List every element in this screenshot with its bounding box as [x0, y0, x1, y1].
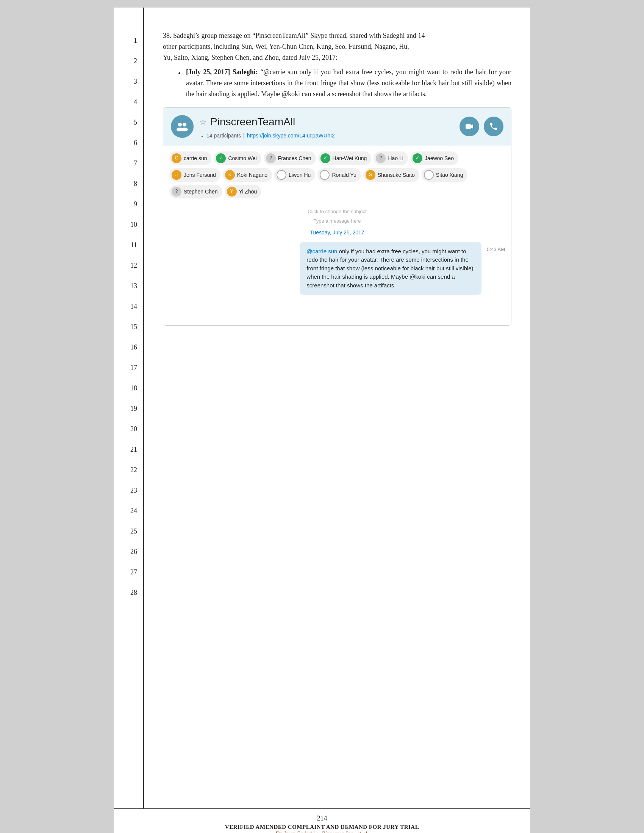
- line-24: 24: [114, 500, 143, 521]
- participant-icon: Y: [227, 187, 237, 196]
- page-footer: 214 VERIFIED AMENDED COMPLAINT AND DEMAN…: [114, 808, 530, 833]
- paragraph-text1: 38. Sadeghi’s group message on “Pinscree…: [163, 32, 425, 39]
- audio-call-button[interactable]: [484, 117, 504, 136]
- line-21: 21: [114, 439, 143, 460]
- participant-name: Stephen Chen: [184, 187, 218, 196]
- line-23: 23: [114, 480, 143, 500]
- participant-icon: [424, 170, 434, 180]
- line-16: 16: [114, 337, 143, 357]
- participant-liwen-hu[interactable]: Liwen Hu: [274, 168, 315, 182]
- chat-hint-message[interactable]: Type a message here: [169, 217, 505, 225]
- chevron-down-icon[interactable]: ⌄: [200, 131, 204, 140]
- line-12: 12: [114, 255, 143, 276]
- bullet-section: • [July 25, 2017] Sadeghi: “@carrie sun …: [178, 67, 511, 99]
- participant-icon: ?: [172, 187, 182, 196]
- footer-title: VERIFIED AMENDED COMPLAINT AND DEMAND FO…: [133, 824, 511, 830]
- bullet-text: [July 25, 2017] Sadeghi: “@carrie sun on…: [186, 67, 511, 99]
- bullet-dot: •: [178, 68, 181, 79]
- svg-point-3: [181, 128, 188, 131]
- participant-shunsuke-saito[interactable]: S Shunsuke Saito: [363, 168, 419, 182]
- participant-carrie-sun[interactable]: C carrie sun: [169, 151, 211, 165]
- participant-name: Liwen Hu: [289, 171, 311, 179]
- participant-sitao-xiang[interactable]: Sitao Xiang: [422, 168, 468, 182]
- participant-hanwei-kung[interactable]: ✓ Han-Wei Kung: [318, 151, 372, 165]
- chat-bubble: @carrie sun only if you had extra free c…: [299, 242, 481, 295]
- paragraph-text2: other participants, including Sun, Wei, …: [163, 43, 409, 50]
- participant-name: Koki Nagano: [237, 171, 267, 179]
- participants-count: 14 participants: [206, 131, 241, 140]
- paragraph-38: 38. Sadeghi’s group message on “Pinscree…: [163, 30, 511, 63]
- participant-ronald-yu[interactable]: Ronald Yu: [317, 168, 361, 182]
- svg-rect-4: [465, 124, 471, 129]
- participant-icon: K: [225, 170, 235, 180]
- participant-icon: ?: [266, 153, 276, 163]
- participant-cosimo-wei[interactable]: ✓ Cosimo Wei: [214, 151, 261, 165]
- participant-hao-li[interactable]: ? Hao Li: [374, 151, 407, 165]
- skype-title-row: ☆ PinscreenTeamAll: [200, 114, 454, 130]
- chat-time: 5:43 AM: [487, 244, 505, 254]
- participant-name: Hao Li: [388, 154, 403, 162]
- skype-widget: ☆ PinscreenTeamAll ⌄ 14 participants | h…: [163, 107, 511, 326]
- participant-name: carrie sun: [184, 154, 207, 162]
- line-28: 28: [114, 582, 143, 603]
- join-link[interactable]: https://join.skype.com/L4Iuq1aWUhI2: [247, 131, 335, 140]
- line-4: 4: [114, 92, 143, 112]
- chat-hint-subject[interactable]: Click to change the subject: [169, 208, 505, 216]
- page-number: 214: [133, 814, 511, 822]
- skype-header-info: ☆ PinscreenTeamAll ⌄ 14 participants | h…: [200, 114, 454, 140]
- group-icon: [175, 120, 189, 133]
- participant-koki-nagano[interactable]: K Koki Nagano: [223, 168, 272, 182]
- line-11: 11: [114, 235, 143, 255]
- participant-yi-zhou[interactable]: Y Yi Zhou: [225, 185, 262, 198]
- svg-point-1: [183, 123, 187, 127]
- line-19: 19: [114, 398, 143, 419]
- participant-frances-chen[interactable]: ? Frances Chen: [264, 151, 316, 165]
- line-6: 6: [114, 132, 143, 153]
- chat-message-row: @carrie sun only if you had extra free c…: [169, 242, 505, 295]
- participant-icon: ✓: [412, 153, 422, 163]
- chat-date-label: Tuesday, July 25, 2017: [169, 228, 505, 236]
- line-numbers: 1 2 3 4 5 6 7 8 9 10 11 12 13 14 15 16 1…: [114, 8, 144, 808]
- line-22: 22: [114, 460, 143, 480]
- participant-name: Sitao Xiang: [436, 171, 463, 179]
- participant-name: Han-Wei Kung: [333, 154, 367, 162]
- separator: |: [243, 131, 245, 140]
- line-1: 1: [114, 30, 143, 51]
- participant-name: Yi Zhou: [239, 187, 257, 196]
- line-25: 25: [114, 521, 143, 542]
- participant-icon: ?: [376, 153, 386, 163]
- line-7: 7: [114, 153, 143, 174]
- line-13: 13: [114, 276, 143, 296]
- participant-icon: ✓: [320, 153, 330, 163]
- paragraph-text3: Yu, Saito, Xiang, Stephen Chen, and Zhou…: [163, 54, 338, 61]
- line-18: 18: [114, 378, 143, 398]
- participant-name: Frances Chen: [278, 154, 311, 162]
- chat-area: Click to change the subject Type a messa…: [163, 204, 511, 325]
- participant-jaewoo-seo[interactable]: ✓ Jaewoo Seo: [410, 151, 458, 165]
- bullet-item: • [July 25, 2017] Sadeghi: “@carrie sun …: [178, 67, 511, 99]
- svg-marker-5: [471, 124, 473, 129]
- participant-stephen-chen[interactable]: ? Stephen Chen: [169, 185, 222, 198]
- line-14: 14: [114, 296, 143, 317]
- skype-actions: [459, 117, 504, 136]
- phone-icon: [489, 122, 498, 131]
- participant-jens-fursund[interactable]: J Jens Fursund: [169, 168, 221, 182]
- favorite-icon[interactable]: ☆: [200, 116, 206, 128]
- chat-mention: @carrie sun: [306, 248, 337, 254]
- page: 1 2 3 4 5 6 7 8 9 10 11 12 13 14 15 16 1…: [114, 8, 530, 833]
- participant-icon: S: [365, 170, 375, 180]
- participant-icon: C: [172, 153, 182, 163]
- video-icon: [465, 122, 474, 131]
- participant-icon: ✓: [216, 153, 226, 163]
- line-10: 10: [114, 214, 143, 235]
- main-content: 38. Sadeghi’s group message on “Pinscree…: [144, 8, 530, 808]
- line-15: 15: [114, 317, 143, 337]
- line-2: 2: [114, 51, 143, 71]
- skype-header: ☆ PinscreenTeamAll ⌄ 14 participants | h…: [163, 108, 511, 146]
- video-call-button[interactable]: [459, 117, 479, 136]
- line-27: 27: [114, 562, 143, 582]
- skype-group-name: PinscreenTeamAll: [210, 114, 295, 130]
- skype-group-avatar: [171, 115, 193, 138]
- svg-point-0: [178, 123, 182, 127]
- participants-grid: C carrie sun ✓ Cosimo Wei ? Frances Chen…: [163, 146, 511, 204]
